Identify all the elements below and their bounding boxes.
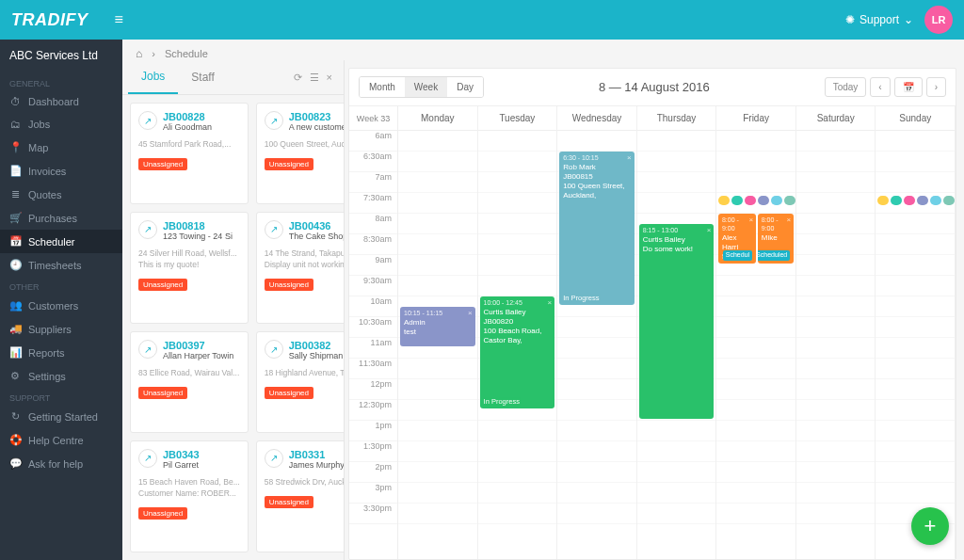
sidebar-item-help-centre[interactable]: 🛟Help Centre <box>0 428 122 452</box>
sidebar-item-dashboard[interactable]: ⏱Dashboard <box>0 90 122 113</box>
sidebar-item-reports[interactable]: 📊Reports <box>0 341 122 364</box>
event-dots[interactable] <box>718 195 795 206</box>
sidebar-item-purchases[interactable]: 🛒Purchases <box>0 206 122 230</box>
job-card[interactable]: ↗JB00828Ali Goodman45 Stamford Park Road… <box>130 103 249 204</box>
job-customer: A new customer or <box>289 122 344 132</box>
support-label: Support <box>860 13 899 26</box>
today-button[interactable]: Today <box>825 77 867 97</box>
sidebar-section-other: OTHER <box>0 277 122 294</box>
calendar-event[interactable]: ×8:00 - 9:00MikeScheduled <box>758 214 794 264</box>
refresh-icon[interactable]: ⟳ <box>294 72 302 84</box>
next-button[interactable]: › <box>926 77 946 97</box>
dot-icon <box>877 196 889 205</box>
job-customer: Ali Goodman <box>163 122 212 132</box>
suppliers-icon: 🚚 <box>9 323 21 335</box>
support-link[interactable]: ✺ Support ⌄ <box>845 13 913 26</box>
event-time: 8:15 - 13:00 <box>643 227 711 235</box>
sidebar-section-general: GENERAL <box>0 73 122 90</box>
job-card[interactable]: ↗JB00397Allan Harper Towin83 Ellice Road… <box>130 331 249 433</box>
sidebar-item-customers[interactable]: 👥Customers <box>0 294 122 317</box>
event-dots[interactable] <box>877 195 955 206</box>
day-body[interactable] <box>876 131 955 524</box>
ask-for-help-icon: 💬 <box>9 457 21 470</box>
job-card[interactable]: ↗JB00823A new customer or100 Queen Stree… <box>256 103 344 204</box>
day-body[interactable] <box>796 131 876 524</box>
event-line: test <box>404 328 472 337</box>
job-card[interactable]: ↗JB00436The Cake Shop14 The Strand, Taka… <box>256 212 344 325</box>
job-address: 58 Stredwick Drv, Auckla... <box>265 477 344 487</box>
tab-jobs[interactable]: Jobs <box>128 60 178 94</box>
filter-icon[interactable]: ☰ <box>310 72 319 84</box>
sidebar-item-label: Purchases <box>28 213 77 224</box>
event-line: Rob Mark <box>563 163 631 172</box>
sidebar-item-map[interactable]: 📍Map <box>0 136 122 159</box>
job-card[interactable]: ↗JB00818123 Towing - 24 Si24 Silver Hill… <box>130 212 249 325</box>
sidebar-item-getting-started[interactable]: ↻Getting Started <box>0 405 122 428</box>
job-id: JB0331 <box>289 449 344 460</box>
sidebar-item-label: Help Centre <box>28 435 84 446</box>
dot-icon <box>758 196 769 205</box>
sidebar-item-jobs[interactable]: 🗂Jobs <box>0 113 122 136</box>
event-line: Admin <box>404 318 472 328</box>
sidebar-item-suppliers[interactable]: 🚚Suppliers <box>0 317 122 341</box>
sidebar-item-label: Reports <box>28 347 65 359</box>
jobs-list: ↗JB00828Ali Goodman45 Stamford Park Road… <box>122 95 344 560</box>
add-fab[interactable]: + <box>911 507 949 545</box>
wrench-icon: ↗ <box>265 340 283 359</box>
job-card[interactable]: ↗JB0331James Murphy58 Stredwick Drv, Auc… <box>256 440 344 553</box>
view-month-button[interactable]: Month <box>360 77 405 97</box>
dot-icon <box>731 196 743 205</box>
calendar-icon-button[interactable]: 📅 <box>894 77 923 97</box>
calendar-event[interactable]: ×8:15 - 13:00Curtis BaileyDo some work! <box>639 224 715 419</box>
unassigned-badge: Unassigned <box>265 158 313 170</box>
day-header: Wednesday <box>557 106 636 131</box>
customers-icon: 👥 <box>9 299 21 312</box>
calendar-panel: Month Week Day 8 — 14 August 2016 Today … <box>348 68 956 560</box>
day-body[interactable]: ×10:00 - 12:45Curtis BaileyJB00820100 Be… <box>478 131 557 524</box>
event-time: 10:00 - 12:45 <box>484 299 552 308</box>
avatar[interactable]: LR <box>924 6 953 34</box>
time-slot: 11:30am <box>349 359 397 379</box>
brand-logo: TRADIFY <box>11 10 88 30</box>
wrench-icon: ↗ <box>138 111 157 130</box>
sidebar-item-quotes[interactable]: ≣Quotes <box>0 183 122 206</box>
sidebar-item-label: Jobs <box>28 119 50 130</box>
day-body[interactable]: ×8:00 - 9:00Alex Harri53 Long DSchedul×8… <box>716 131 795 524</box>
view-week-button[interactable]: Week <box>405 77 447 97</box>
topbar: TRADIFY ≡ ✺ Support ⌄ LR <box>0 0 964 40</box>
sidebar-item-timesheets[interactable]: 🕘Timesheets <box>0 253 122 277</box>
tab-staff[interactable]: Staff <box>178 61 227 93</box>
calendar-event[interactable]: ×6:30 - 10:15Rob MarkJB00815100 Queen St… <box>559 152 635 305</box>
job-description: This is my quote! <box>138 260 240 269</box>
sidebar-item-scheduler[interactable]: 📅Scheduler <box>0 230 122 253</box>
sidebar-item-settings[interactable]: ⚙Settings <box>0 364 122 388</box>
event-line: JB00815 <box>563 172 631 182</box>
event-line: Alex Harri <box>722 233 752 252</box>
sidebar-item-invoices[interactable]: 📄Invoices <box>0 159 122 183</box>
home-icon[interactable]: ⌂ <box>136 47 142 60</box>
calendar-event[interactable]: ×8:00 - 9:00Alex Harri53 Long DSchedul <box>718 214 756 264</box>
sidebar-item-ask-for-help[interactable]: 💬Ask for help <box>0 452 122 475</box>
job-card[interactable]: ↗JB00382Sally Shipman18 Highland Avenue,… <box>256 331 344 433</box>
day-body[interactable]: ×8:15 - 13:00Curtis BaileyDo some work! <box>637 131 716 524</box>
time-slot: 10:30am <box>349 317 397 338</box>
wrench-icon: ↗ <box>138 220 157 239</box>
hamburger-icon[interactable]: ≡ <box>115 11 123 28</box>
job-card[interactable]: ↗JB0343Pil Garret15 Beach Haven Road, Be… <box>130 440 249 553</box>
day-body[interactable]: ×10:15 - 11:15Admintest <box>398 131 477 524</box>
sidebar-item-label: Customers <box>28 300 78 312</box>
calendar-event[interactable]: ×10:00 - 12:45Curtis BaileyJB00820100 Be… <box>480 296 555 408</box>
calendar-event[interactable]: ×10:15 - 11:15Admintest <box>400 307 475 346</box>
sidebar-item-label: Settings <box>28 371 66 382</box>
event-line: 100 Queen Street, Auckland, <box>563 182 631 200</box>
day-body[interactable]: ×6:30 - 10:15Rob MarkJB00815100 Queen St… <box>557 131 636 524</box>
close-icon[interactable]: × <box>327 72 332 84</box>
settings-icon: ⚙ <box>9 370 21 382</box>
job-customer: Allan Harper Towin <box>163 351 233 360</box>
view-day-button[interactable]: Day <box>447 77 483 97</box>
prev-button[interactable]: ‹ <box>870 77 890 97</box>
job-address: 100 Queen Street, Auckl... <box>265 139 344 149</box>
event-status: In Progress <box>563 294 599 302</box>
job-customer: James Murphy <box>289 460 344 470</box>
time-slot: 6:30am <box>349 152 397 172</box>
